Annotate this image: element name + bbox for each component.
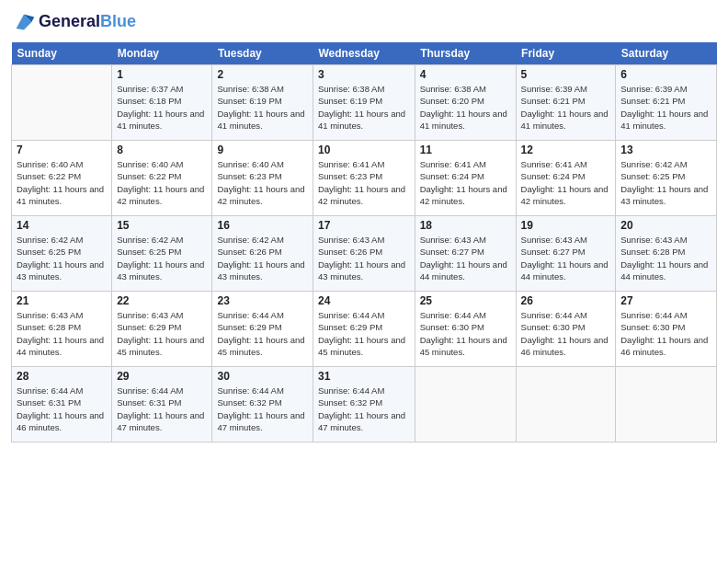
day-info: Sunrise: 6:38 AMSunset: 6:19 PMDaylight:… [318, 83, 410, 132]
calendar-cell: 29Sunrise: 6:44 AMSunset: 6:31 PMDayligh… [112, 367, 212, 442]
day-header-thursday: Thursday [415, 42, 516, 65]
calendar-cell: 8Sunrise: 6:40 AMSunset: 6:22 PMDaylight… [112, 141, 212, 216]
day-number: 17 [318, 219, 410, 232]
day-number: 30 [217, 370, 307, 383]
calendar-cell: 31Sunrise: 6:44 AMSunset: 6:32 PMDayligh… [313, 367, 415, 442]
calendar-cell: 23Sunrise: 6:44 AMSunset: 6:29 PMDayligh… [212, 292, 313, 367]
calendar-cell [616, 367, 717, 442]
calendar-cell: 2Sunrise: 6:38 AMSunset: 6:19 PMDaylight… [212, 65, 313, 141]
calendar-cell: 19Sunrise: 6:43 AMSunset: 6:27 PMDayligh… [516, 216, 616, 292]
day-info: Sunrise: 6:41 AMSunset: 6:24 PMDaylight:… [420, 158, 511, 207]
day-number: 25 [420, 294, 511, 307]
day-info: Sunrise: 6:39 AMSunset: 6:21 PMDaylight:… [620, 83, 711, 132]
day-number: 19 [521, 219, 611, 232]
day-number: 3 [318, 68, 410, 81]
day-info: Sunrise: 6:43 AMSunset: 6:27 PMDaylight:… [521, 234, 611, 282]
calendar-cell: 27Sunrise: 6:44 AMSunset: 6:30 PMDayligh… [616, 292, 717, 367]
logo: GeneralBlue [11, 9, 136, 35]
day-info: Sunrise: 6:42 AMSunset: 6:25 PMDaylight:… [117, 234, 207, 282]
day-info: Sunrise: 6:43 AMSunset: 6:28 PMDaylight:… [620, 234, 711, 282]
calendar-cell: 9Sunrise: 6:40 AMSunset: 6:23 PMDaylight… [212, 141, 313, 216]
calendar-cell: 22Sunrise: 6:43 AMSunset: 6:29 PMDayligh… [112, 292, 212, 367]
calendar-cell: 10Sunrise: 6:41 AMSunset: 6:23 PMDayligh… [313, 141, 415, 216]
calendar-cell [415, 367, 516, 442]
week-row-1: 1Sunrise: 6:37 AMSunset: 6:18 PMDaylight… [12, 65, 717, 141]
calendar-table: SundayMondayTuesdayWednesdayThursdayFrid… [11, 42, 717, 442]
day-number: 7 [17, 144, 107, 156]
day-number: 28 [17, 370, 107, 383]
day-info: Sunrise: 6:40 AMSunset: 6:22 PMDaylight:… [117, 158, 207, 207]
calendar-cell: 17Sunrise: 6:43 AMSunset: 6:26 PMDayligh… [313, 216, 415, 292]
week-row-2: 7Sunrise: 6:40 AMSunset: 6:22 PMDaylight… [12, 141, 717, 216]
day-info: Sunrise: 6:44 AMSunset: 6:31 PMDaylight:… [117, 385, 207, 433]
page-container: GeneralBlue SundayMondayTuesdayWednesday… [0, 0, 728, 452]
day-number: 5 [521, 68, 611, 81]
day-header-wednesday: Wednesday [313, 42, 415, 65]
day-info: Sunrise: 6:44 AMSunset: 6:30 PMDaylight:… [521, 309, 611, 358]
day-info: Sunrise: 6:44 AMSunset: 6:30 PMDaylight:… [420, 309, 511, 358]
calendar-cell: 24Sunrise: 6:44 AMSunset: 6:29 PMDayligh… [313, 292, 415, 367]
week-row-3: 14Sunrise: 6:42 AMSunset: 6:25 PMDayligh… [12, 216, 717, 292]
calendar-cell: 30Sunrise: 6:44 AMSunset: 6:32 PMDayligh… [212, 367, 313, 442]
calendar-cell: 13Sunrise: 6:42 AMSunset: 6:25 PMDayligh… [616, 141, 717, 216]
calendar-cell: 11Sunrise: 6:41 AMSunset: 6:24 PMDayligh… [415, 141, 516, 216]
day-number: 16 [217, 219, 307, 232]
day-info: Sunrise: 6:42 AMSunset: 6:26 PMDaylight:… [217, 234, 307, 282]
day-number: 20 [620, 219, 711, 232]
day-info: Sunrise: 6:43 AMSunset: 6:28 PMDaylight:… [17, 309, 107, 358]
day-info: Sunrise: 6:44 AMSunset: 6:29 PMDaylight:… [217, 309, 307, 358]
calendar-cell: 21Sunrise: 6:43 AMSunset: 6:28 PMDayligh… [12, 292, 112, 367]
day-info: Sunrise: 6:38 AMSunset: 6:20 PMDaylight:… [420, 83, 511, 132]
day-info: Sunrise: 6:41 AMSunset: 6:23 PMDaylight:… [318, 158, 410, 207]
header-row: SundayMondayTuesdayWednesdayThursdayFrid… [12, 42, 717, 65]
day-info: Sunrise: 6:44 AMSunset: 6:32 PMDaylight:… [318, 385, 410, 433]
day-number: 13 [620, 144, 711, 156]
day-number: 6 [620, 68, 711, 81]
day-info: Sunrise: 6:37 AMSunset: 6:18 PMDaylight:… [117, 83, 207, 132]
calendar-cell: 26Sunrise: 6:44 AMSunset: 6:30 PMDayligh… [516, 292, 616, 367]
calendar-cell: 15Sunrise: 6:42 AMSunset: 6:25 PMDayligh… [112, 216, 212, 292]
day-number: 27 [620, 294, 711, 307]
day-number: 22 [117, 294, 207, 307]
day-number: 18 [420, 219, 511, 232]
day-info: Sunrise: 6:44 AMSunset: 6:31 PMDaylight:… [17, 385, 107, 433]
calendar-cell: 28Sunrise: 6:44 AMSunset: 6:31 PMDayligh… [12, 367, 112, 442]
page-header: GeneralBlue [11, 9, 717, 35]
day-info: Sunrise: 6:43 AMSunset: 6:29 PMDaylight:… [117, 309, 207, 358]
calendar-cell: 14Sunrise: 6:42 AMSunset: 6:25 PMDayligh… [12, 216, 112, 292]
day-header-tuesday: Tuesday [212, 42, 313, 65]
day-number: 8 [117, 144, 207, 156]
day-number: 15 [117, 219, 207, 232]
day-info: Sunrise: 6:42 AMSunset: 6:25 PMDaylight:… [620, 158, 711, 207]
calendar-cell: 7Sunrise: 6:40 AMSunset: 6:22 PMDaylight… [12, 141, 112, 216]
day-number: 4 [420, 68, 511, 81]
day-number: 2 [217, 68, 307, 81]
day-header-friday: Friday [516, 42, 616, 65]
day-info: Sunrise: 6:44 AMSunset: 6:29 PMDaylight:… [318, 309, 410, 358]
calendar-cell: 3Sunrise: 6:38 AMSunset: 6:19 PMDaylight… [313, 65, 415, 141]
calendar-cell: 1Sunrise: 6:37 AMSunset: 6:18 PMDaylight… [112, 65, 212, 141]
day-number: 21 [17, 294, 107, 307]
day-number: 10 [318, 144, 410, 156]
calendar-cell: 18Sunrise: 6:43 AMSunset: 6:27 PMDayligh… [415, 216, 516, 292]
calendar-cell: 25Sunrise: 6:44 AMSunset: 6:30 PMDayligh… [415, 292, 516, 367]
day-number: 29 [117, 370, 207, 383]
day-info: Sunrise: 6:40 AMSunset: 6:22 PMDaylight:… [17, 158, 107, 207]
week-row-4: 21Sunrise: 6:43 AMSunset: 6:28 PMDayligh… [12, 292, 717, 367]
day-info: Sunrise: 6:44 AMSunset: 6:32 PMDaylight:… [217, 385, 307, 433]
day-info: Sunrise: 6:43 AMSunset: 6:26 PMDaylight:… [318, 234, 410, 282]
week-row-5: 28Sunrise: 6:44 AMSunset: 6:31 PMDayligh… [12, 367, 717, 442]
calendar-cell: 6Sunrise: 6:39 AMSunset: 6:21 PMDaylight… [616, 65, 717, 141]
logo-icon [11, 9, 37, 35]
day-header-sunday: Sunday [12, 42, 112, 65]
day-header-monday: Monday [112, 42, 212, 65]
day-number: 9 [217, 144, 307, 156]
calendar-cell [12, 65, 112, 141]
day-number: 24 [318, 294, 410, 307]
day-info: Sunrise: 6:40 AMSunset: 6:23 PMDaylight:… [217, 158, 307, 207]
calendar-cell [516, 367, 616, 442]
day-number: 12 [521, 144, 611, 156]
day-number: 26 [521, 294, 611, 307]
day-info: Sunrise: 6:38 AMSunset: 6:19 PMDaylight:… [217, 83, 307, 132]
calendar-cell: 5Sunrise: 6:39 AMSunset: 6:21 PMDaylight… [516, 65, 616, 141]
